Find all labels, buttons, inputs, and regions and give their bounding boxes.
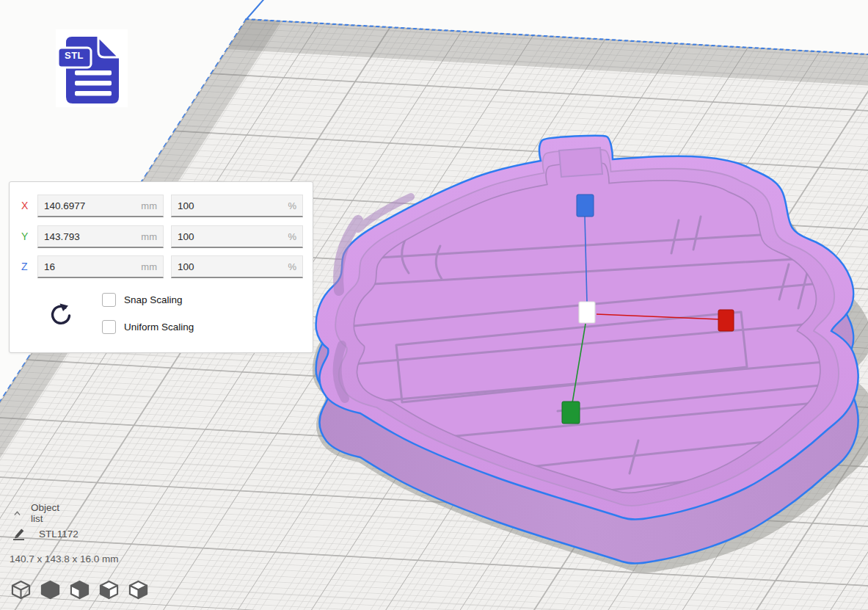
object-list-title: Object list — [31, 502, 62, 524]
view-front-button[interactable] — [40, 580, 61, 600]
x-size-input[interactable] — [37, 195, 164, 217]
view-left-side-button[interactable] — [98, 580, 120, 600]
cube-top-face-icon — [69, 580, 90, 600]
x-scale-handle[interactable] — [718, 310, 734, 331]
center-scale-handle[interactable] — [579, 302, 595, 323]
object-name: STL1172 — [39, 529, 79, 540]
x-axis-label: X — [21, 200, 32, 211]
chevron-up-icon — [13, 509, 21, 518]
cube-left-face-icon — [98, 580, 120, 600]
z-axis-label: Z — [21, 261, 32, 272]
cube-wireframe-icon — [10, 580, 32, 600]
uniform-scaling-label: Uniform Scaling — [124, 322, 194, 333]
snap-scaling-checkbox[interactable] — [102, 293, 116, 307]
y-scale-percent-input[interactable] — [171, 225, 303, 248]
z-scale-handle[interactable] — [577, 195, 594, 217]
view-right-side-button[interactable] — [128, 580, 149, 600]
uniform-scaling-checkbox-row[interactable]: Uniform Scaling — [102, 319, 194, 334]
snap-scaling-checkbox-row[interactable]: Snap Scaling — [102, 292, 183, 307]
snap-scaling-label: Snap Scaling — [124, 294, 183, 305]
object-list-header[interactable]: Object list — [13, 502, 62, 524]
x-axis-row: X mm % — [10, 195, 313, 217]
z-size-input[interactable] — [37, 255, 164, 278]
build-volume-corner-edge — [247, 0, 267, 19]
view-3d-button[interactable] — [10, 580, 32, 600]
y-axis-row: Y mm % — [10, 225, 313, 248]
tab-recess — [559, 148, 602, 177]
file-icon — [56, 29, 128, 107]
y-size-input[interactable] — [37, 225, 164, 248]
z-axis-row: Z mm % — [10, 255, 313, 278]
y-scale-handle[interactable] — [562, 402, 580, 424]
scale-tool-panel: X mm % Y mm % Z mm % — [9, 181, 313, 353]
y-axis-label: Y — [21, 230, 32, 242]
slicer-prepare-screen: { "file_thumbnail": { "badge": "STL" }, … — [0, 0, 868, 610]
file-type-badge: STL — [59, 50, 90, 61]
reset-scale-button[interactable] — [46, 299, 76, 329]
pencil-edit-icon — [12, 527, 26, 541]
stl-file-thumbnail: STL — [56, 29, 128, 107]
reset-rotate-ccw-icon — [46, 299, 76, 329]
cube-right-face-icon — [128, 580, 149, 600]
cube-solid-icon — [40, 580, 61, 600]
object-list-item[interactable]: STL1172 — [12, 527, 79, 541]
z-scale-percent-input[interactable] — [171, 255, 303, 278]
model-dimensions: 140.7 x 143.8 x 16.0 mm — [10, 553, 119, 564]
view-top-button[interactable] — [69, 580, 90, 600]
uniform-scaling-checkbox[interactable] — [102, 320, 116, 334]
camera-view-toolbar — [10, 580, 149, 600]
x-scale-percent-input[interactable] — [171, 195, 303, 217]
